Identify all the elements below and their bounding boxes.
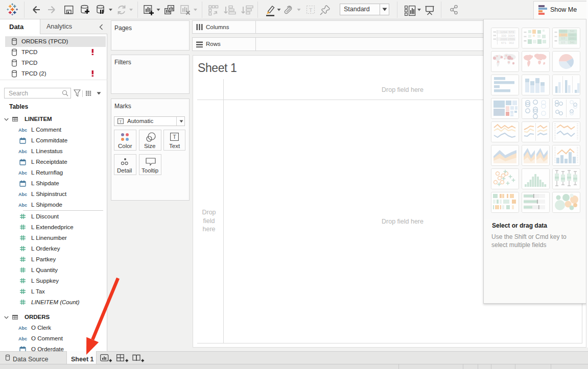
svg-text:123: 123 (561, 33, 566, 36)
svg-text:540: 540 (570, 41, 575, 44)
svg-text:671: 671 (501, 41, 507, 44)
svg-text:540: 540 (570, 37, 575, 40)
svg-text:302: 302 (509, 41, 514, 44)
svg-text:540: 540 (570, 30, 575, 33)
svg-text:123: 123 (561, 37, 566, 40)
svg-text:2020: 2020 (500, 38, 507, 41)
svg-text:1234: 1234 (500, 31, 507, 34)
svg-text:540: 540 (570, 33, 575, 36)
svg-text:T: T (173, 134, 176, 140)
svg-text:330: 330 (501, 34, 507, 37)
svg-text:123: 123 (561, 30, 566, 33)
svg-text:2559: 2559 (508, 38, 515, 41)
svg-text:3004: 3004 (508, 34, 515, 37)
svg-text:T: T (120, 119, 122, 124)
svg-text:T: T (309, 7, 313, 13)
svg-text:573: 573 (509, 31, 514, 34)
svg-text:123: 123 (561, 41, 566, 44)
